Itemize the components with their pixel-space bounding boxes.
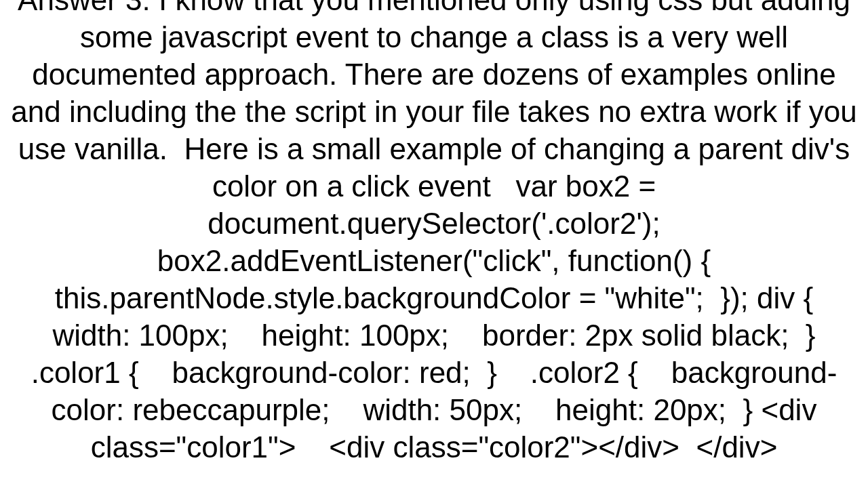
answer-container: Answer 3: I know that you mentioned only… [0, 0, 868, 488]
answer-text: Answer 3: I know that you mentioned only… [7, 0, 861, 466]
